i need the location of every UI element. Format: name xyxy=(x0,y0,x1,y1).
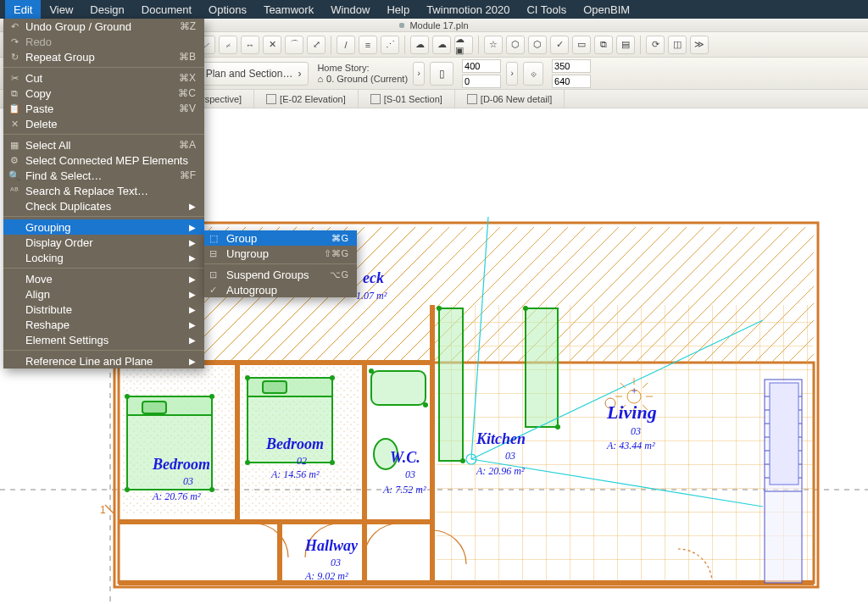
toolbar-btn-lines[interactable]: ≡ xyxy=(359,36,377,54)
toolbar-btn-resize[interactable]: ⤢ xyxy=(307,36,326,54)
toolbar-btn-line[interactable]: / xyxy=(337,36,355,54)
menu-cut[interactable]: ✂Cut⌘X xyxy=(3,70,204,86)
toolbar-btn-cloud2[interactable]: ☁ xyxy=(432,36,451,54)
toolbar-btn-tag[interactable]: ⧉ xyxy=(594,36,613,54)
tab-new-detail[interactable]: [D-06 New detail] xyxy=(455,90,565,108)
menu-repeat[interactable]: ↻Repeat Group⌘B xyxy=(3,49,204,64)
toolbar-btn-manage[interactable]: ☁▣ xyxy=(454,36,473,54)
menu-search-replace[interactable]: ᴬᴮSearch & Replace Text… xyxy=(3,183,204,198)
menu-design[interactable]: Design xyxy=(81,0,132,19)
menu-window[interactable]: Window xyxy=(322,0,378,19)
grouping-submenu: ⬚Group⌘G ⊟Ungroup⇧⌘G ⊡Suspend Groups⌥G ✓… xyxy=(204,230,357,297)
menu-options[interactable]: Options xyxy=(200,0,255,19)
separator xyxy=(3,268,204,269)
menu-reshape[interactable]: Reshape▶ xyxy=(3,317,204,332)
menu-select-all[interactable]: ▦Select All⌘A xyxy=(3,137,204,152)
toolbar-btn-layer[interactable]: ◫ xyxy=(668,36,687,54)
svg-point-42 xyxy=(423,402,428,407)
menu-locking[interactable]: Locking▶ xyxy=(3,250,204,265)
toolbar-btn-oct[interactable]: ⬡ xyxy=(506,36,525,54)
height-expand[interactable]: › xyxy=(506,62,518,86)
chevron-right-icon: ▶ xyxy=(189,335,196,345)
menu-check-dup[interactable]: Check Duplicates▶ xyxy=(3,198,204,213)
submenu-autogroup[interactable]: ✓Autogroup xyxy=(204,282,357,297)
toolbar-btn-split[interactable]: ⌿ xyxy=(219,36,237,54)
toolbar-btn-sync[interactable]: ⟳ xyxy=(646,36,665,54)
svg-line-4 xyxy=(105,505,114,513)
toolbar-btn-adjust[interactable]: ↔ xyxy=(241,36,259,54)
menu-openbim[interactable]: OpenBIM xyxy=(575,0,638,19)
svg-point-34 xyxy=(330,375,335,380)
height-bottom-input[interactable] xyxy=(462,75,501,88)
menu-grouping[interactable]: Grouping▶ xyxy=(3,219,204,235)
svg-point-35 xyxy=(245,460,250,465)
svg-point-38 xyxy=(460,458,465,463)
separator xyxy=(3,350,204,351)
menu-delete[interactable]: ✕Delete xyxy=(3,116,204,131)
svg-point-30 xyxy=(209,394,214,399)
menu-distribute[interactable]: Distribute▶ xyxy=(3,302,204,317)
undo-icon: ↶ xyxy=(8,21,20,32)
menu-teamwork[interactable]: Teamwork xyxy=(255,0,322,19)
toolbar-btn-check[interactable]: ✓ xyxy=(550,36,569,54)
toolbar-btn-cloud[interactable]: ☁ xyxy=(410,36,429,54)
chevron-right-icon: ▶ xyxy=(189,357,196,366)
submenu-ungroup[interactable]: ⊟Ungroup⇧⌘G xyxy=(204,246,357,261)
room-living-sub: 03 xyxy=(631,425,641,437)
height-icon[interactable]: ▯ xyxy=(430,62,453,86)
link-bottom-input[interactable] xyxy=(552,75,591,88)
tab-elevation[interactable]: [E-02 Elevation] xyxy=(254,90,359,108)
menu-undo[interactable]: ↶Undo Group / Ground⌘Z xyxy=(3,19,204,34)
ruler-number: 1 xyxy=(100,504,106,516)
section-icon xyxy=(370,94,381,104)
height-values xyxy=(462,59,501,88)
toolbar-btn-oct2[interactable]: ⬡ xyxy=(528,36,547,54)
toolbar-btn-stroke[interactable]: ⋰ xyxy=(381,36,399,54)
home-story-block: Home Story: ⌂ 0. Ground (Current) xyxy=(317,63,408,85)
svg-rect-25 xyxy=(439,308,463,461)
menu-paste[interactable]: 📋Paste⌘V xyxy=(3,101,204,116)
ungroup-icon: ⊟ xyxy=(209,248,221,259)
menu-element-settings[interactable]: Element Settings▶ xyxy=(3,332,204,347)
svg-point-39 xyxy=(523,306,528,311)
home-story-label: Home Story: xyxy=(317,63,408,74)
height-top-input[interactable] xyxy=(462,59,501,73)
room-bedroom1-sub: 03 xyxy=(183,475,193,487)
menu-display-order[interactable]: Display Order▶ xyxy=(3,235,204,250)
toolbar-btn-intersect[interactable]: ✕ xyxy=(263,36,281,54)
home-story-value: 0. Ground (Current) xyxy=(326,74,408,85)
menu-help[interactable]: Help xyxy=(378,0,418,19)
toolbar-btn-fillet[interactable]: ⌒ xyxy=(285,36,303,54)
separator xyxy=(640,36,641,54)
chevron-right-icon: ▶ xyxy=(189,305,196,314)
svg-point-29 xyxy=(125,394,130,399)
toolbar-btn-more[interactable]: ≫ xyxy=(690,36,709,54)
chevron-right-icon: ▶ xyxy=(189,223,196,232)
menu-twinmotion[interactable]: Twinmotion 2020 xyxy=(418,0,518,19)
home-story-expand[interactable]: › xyxy=(413,62,425,86)
menu-reference-line[interactable]: Reference Line and Plane▶ xyxy=(3,353,204,368)
menu-citools[interactable]: CI Tools xyxy=(518,0,575,19)
submenu-group[interactable]: ⬚Group⌘G xyxy=(204,230,357,246)
room-wc-name: W.C. xyxy=(390,449,420,466)
toolbar-btn-doc[interactable]: ▤ xyxy=(616,36,635,54)
link-top-input[interactable] xyxy=(552,59,591,73)
menu-select-mep[interactable]: ⚙Select Connected MEP Elements xyxy=(3,152,204,168)
svg-rect-21 xyxy=(142,402,166,413)
room-bedroom1-name: Bedroom xyxy=(152,456,210,473)
svg-rect-20 xyxy=(127,396,212,415)
menu-view[interactable]: View xyxy=(41,0,81,19)
toolbar-btn-folder[interactable]: ▭ xyxy=(572,36,591,54)
submenu-suspend[interactable]: ⊡Suspend Groups⌥G xyxy=(204,267,357,282)
menu-document[interactable]: Document xyxy=(133,0,200,19)
paste-icon: 📋 xyxy=(8,103,20,114)
link-icon[interactable]: ⟐ xyxy=(523,62,543,86)
menu-find[interactable]: 🔍Find & Select…⌘F xyxy=(3,168,204,183)
menu-copy[interactable]: ⧉Copy⌘C xyxy=(3,86,204,101)
menu-edit[interactable]: Edit xyxy=(5,0,41,19)
menu-move[interactable]: Move▶ xyxy=(3,271,204,286)
toolbar-btn-star[interactable]: ☆ xyxy=(484,36,503,54)
menu-align[interactable]: Align▶ xyxy=(3,286,204,302)
svg-text:+: + xyxy=(631,385,637,397)
tab-section[interactable]: [S-01 Section] xyxy=(359,90,455,108)
